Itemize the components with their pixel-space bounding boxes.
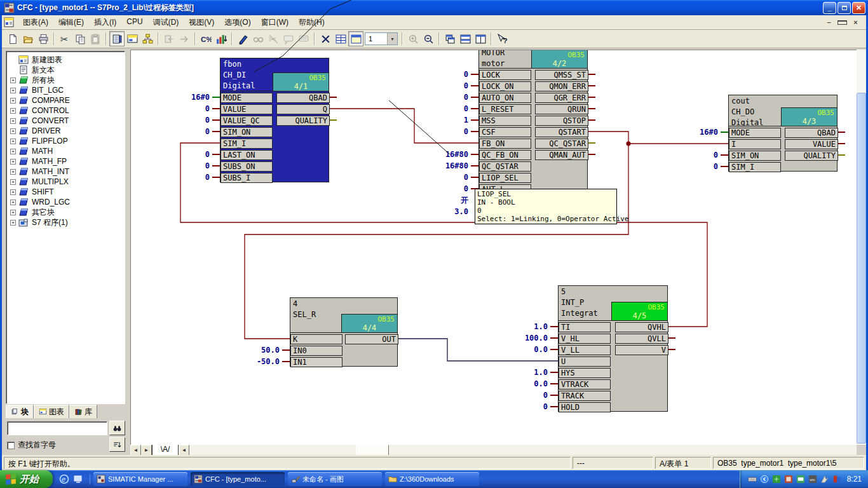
trend-button[interactable]: ✂: [266, 31, 281, 46]
output-pin-QRUN[interactable]: QRUN: [535, 104, 588, 114]
close-button[interactable]: ✕: [852, 2, 865, 14]
tree-item-DRIVER[interactable]: +DRIVER: [6, 126, 125, 136]
output-pin-QMAN_AUT[interactable]: QMAN_AUT: [535, 150, 588, 160]
cascade-windows-button[interactable]: [442, 31, 458, 46]
param-value[interactable]: 0: [149, 172, 210, 182]
run-sequence-button[interactable]: C%: [198, 31, 214, 46]
hscroll-track[interactable]: [189, 445, 857, 456]
sheet-prev-button[interactable]: ◄: [130, 445, 141, 456]
tray-icon-vm[interactable]: vm: [808, 475, 817, 484]
param-value[interactable]: 16#80: [407, 161, 468, 171]
param-value[interactable]: 0: [149, 149, 210, 159]
param-value[interactable]: 0: [407, 69, 468, 79]
taskbar-window-未命名 - 画图[interactable]: 未命名 - 画图: [288, 472, 382, 486]
keyboard-tray-icon[interactable]: [748, 475, 757, 484]
output-pin-Q[interactable]: Q: [276, 104, 330, 114]
input-pin-U[interactable]: U: [559, 356, 611, 367]
param-value[interactable]: 3.0: [407, 207, 468, 217]
tree-item-WRD_LGC[interactable]: +WRD_LGC: [6, 197, 125, 207]
tile-horizontal-button[interactable]: [458, 31, 473, 46]
context-help-button[interactable]: ?: [494, 31, 510, 46]
tree-item-COMPARE[interactable]: +COMPARE: [6, 95, 125, 105]
input-pin-VALUE_QC[interactable]: VALUE_QC: [220, 116, 273, 126]
tree-item-SHIFT[interactable]: +SHIFT: [6, 187, 125, 197]
copy-button[interactable]: [72, 31, 88, 46]
param-value[interactable]: 0: [149, 104, 210, 114]
output-pin-QVLL[interactable]: QVLL: [615, 334, 668, 344]
param-value[interactable]: 100.0: [487, 333, 548, 343]
param-value[interactable]: 0: [407, 172, 468, 182]
menu-item-图表(A)[interactable]: 图表(A): [18, 15, 53, 30]
sheet-tab[interactable]: \A/: [152, 445, 179, 456]
output-pin-QSTART[interactable]: QSTART: [535, 127, 588, 137]
ie-icon[interactable]: e: [59, 474, 69, 484]
param-value[interactable]: 16#0: [657, 127, 718, 137]
find-button[interactable]: [109, 421, 125, 435]
input-pin-SIM_I[interactable]: SIM_I: [729, 162, 781, 172]
expander-icon[interactable]: +: [10, 179, 16, 185]
menu-item-视图(V)[interactable]: 视图(V): [184, 15, 219, 30]
param-value[interactable]: 50.0: [219, 345, 280, 355]
interconnection-button[interactable]: [318, 31, 333, 46]
expander-icon[interactable]: +: [10, 169, 16, 175]
expander-icon[interactable]: +: [10, 88, 16, 93]
open-button[interactable]: [20, 31, 36, 46]
input-pin-FB_ON[interactable]: FB_ON: [479, 139, 531, 149]
collapse-tray-icon[interactable]: [760, 475, 769, 484]
expander-icon[interactable]: +: [10, 128, 16, 134]
input-pin-I[interactable]: I: [729, 139, 781, 149]
output-pin-QUALITY[interactable]: QUALITY: [276, 116, 330, 126]
tree-item-所有块[interactable]: +所有块: [6, 75, 125, 85]
tab-libraries[interactable]: 库: [69, 405, 97, 418]
tree-item-新建图表[interactable]: +新建图表: [6, 55, 125, 65]
output-pin-QBAD[interactable]: QBAD: [785, 128, 838, 138]
expander-icon[interactable]: +: [10, 98, 16, 104]
taskbar-window-CFC - [type_moto...[interactable]: CFC - [type_moto...: [191, 472, 285, 486]
menu-item-选项(O)[interactable]: 选项(O): [219, 15, 255, 30]
expander-icon[interactable]: +: [10, 220, 16, 226]
output-pin-QMON_ERR[interactable]: QMON_ERR: [535, 81, 588, 92]
input-pin-K[interactable]: K: [290, 334, 342, 344]
tree-item-MULTIPLX[interactable]: +MULTIPLX: [6, 177, 125, 187]
hscroll-left-button[interactable]: ◄: [179, 445, 189, 456]
output-pin-OUT[interactable]: OUT: [345, 334, 398, 344]
output-pin-QBAD[interactable]: QBAD: [276, 93, 330, 103]
tray-icon-5[interactable]: [832, 475, 841, 484]
menu-item-帮助(H)[interactable]: 帮助(H): [294, 15, 330, 30]
expander-icon[interactable]: +: [10, 149, 16, 154]
block-int_p[interactable]: 5INT_PIntegratOB354/5TIV_HLV_LLUHYSVTRAC…: [558, 285, 668, 412]
input-pin-SIM_ON[interactable]: SIM_ON: [220, 127, 273, 137]
expander-icon[interactable]: +: [10, 108, 16, 114]
mdi-restore-button[interactable]: [837, 18, 847, 26]
overview-pane-button[interactable]: [348, 31, 363, 46]
new-button[interactable]: [5, 31, 20, 46]
input-pin-SUBS_I[interactable]: SUBS_I: [220, 173, 273, 183]
dropdown-arrow-icon[interactable]: ▼: [387, 33, 397, 44]
param-value[interactable]: 0: [149, 161, 210, 171]
cut-button[interactable]: ✂: [57, 31, 72, 46]
input-pin-QC_FB_ON[interactable]: QC_FB_ON: [479, 150, 531, 160]
input-pin-LIOP_SEL[interactable]: LIOP_SEL: [479, 173, 531, 183]
input-pin-SUBS_ON[interactable]: SUBS_ON: [220, 161, 273, 172]
restore-button[interactable]: [837, 2, 851, 14]
sheet-view-button[interactable]: [125, 31, 140, 46]
param-value[interactable]: 0: [149, 126, 210, 137]
input-pin-MSS[interactable]: MSS: [479, 116, 531, 126]
paste-button[interactable]: [88, 31, 103, 46]
menu-item-窗口(W)[interactable]: 窗口(W): [256, 15, 294, 30]
tray-icon-2[interactable]: [784, 475, 793, 484]
expander-icon[interactable]: +: [10, 78, 16, 83]
tree-item-新文本[interactable]: +新文本: [6, 65, 125, 75]
input-pin-MODE[interactable]: MODE: [729, 128, 781, 138]
output-pin-QVHL[interactable]: QVHL: [615, 322, 668, 332]
hierarchy-button[interactable]: [140, 31, 155, 46]
zoom-out-button[interactable]: [421, 31, 436, 46]
block-fbon[interactable]: fbonCH_DIDigitalOB354/1MODEVALUEVALUE_QC…: [220, 58, 329, 182]
expander-icon[interactable]: +: [10, 189, 16, 195]
test-mode-button[interactable]: [235, 31, 250, 46]
tab-blocks[interactable]: 块: [6, 405, 34, 418]
output-pin-QMSS_ST[interactable]: QMSS_ST: [535, 70, 588, 80]
input-pin-VALUE[interactable]: VALUE: [220, 104, 273, 114]
tree-item-CONTROL[interactable]: +CONTROL: [6, 105, 125, 116]
vscroll-track[interactable]: [857, 50, 866, 445]
